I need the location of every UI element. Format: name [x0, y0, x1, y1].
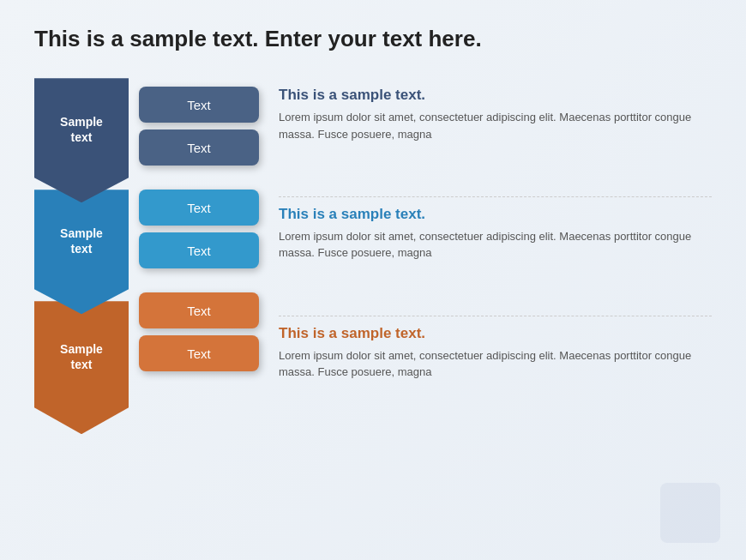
slide: This is a sample text. Enter your text h…: [0, 0, 746, 560]
content-title-1: This is a sample text.: [279, 87, 712, 104]
chevron-2: Sampletext: [34, 190, 129, 314]
button-2-2[interactable]: Text: [139, 232, 259, 268]
watermark: [660, 483, 720, 543]
content-block-2: This is a sample text. Lorem ipsum dolor…: [279, 197, 712, 316]
button-group-1: Text Text: [139, 87, 262, 166]
button-1-2[interactable]: Text: [139, 129, 259, 166]
content-body-2: Lorem ipsum dolor sit amet, consectetuer…: [279, 228, 712, 262]
buttons-column: Text Text Text Text Text Text: [129, 78, 262, 434]
button-2-1[interactable]: Text: [139, 190, 259, 226]
content-column: This is a sample text. Lorem ipsum dolor…: [262, 78, 712, 434]
button-3-1[interactable]: Text: [139, 292, 259, 328]
button-group-2: Text Text: [139, 190, 262, 268]
button-1-1[interactable]: Text: [139, 87, 259, 123]
content-block-3: This is a sample text. Lorem ipsum dolor…: [279, 316, 712, 435]
slide-title: This is a sample text. Enter your text h…: [34, 26, 712, 52]
chevron-3-label: Sampletext: [60, 341, 103, 372]
chevron-2-label: Sampletext: [60, 226, 103, 256]
button-group-3: Text Text: [139, 292, 262, 371]
button-3-2[interactable]: Text: [139, 335, 259, 371]
content-title-2: This is a sample text.: [279, 206, 712, 223]
chevron-column: Sampletext Sampletext Sampletext: [34, 78, 129, 434]
content-body-1: Lorem ipsum dolor sit amet, consectetuer…: [279, 109, 712, 142]
content-block-1: This is a sample text. Lorem ipsum dolor…: [279, 78, 712, 197]
content-body-3: Lorem ipsum dolor sit amet, consectetuer…: [279, 347, 712, 381]
chevron-3: Sampletext: [34, 301, 129, 434]
main-layout: Sampletext Sampletext Sampletext Text Te…: [34, 78, 712, 434]
content-title-3: This is a sample text.: [279, 325, 712, 342]
chevron-1: Sampletext: [34, 78, 129, 202]
chevron-1-label: Sampletext: [60, 114, 103, 145]
